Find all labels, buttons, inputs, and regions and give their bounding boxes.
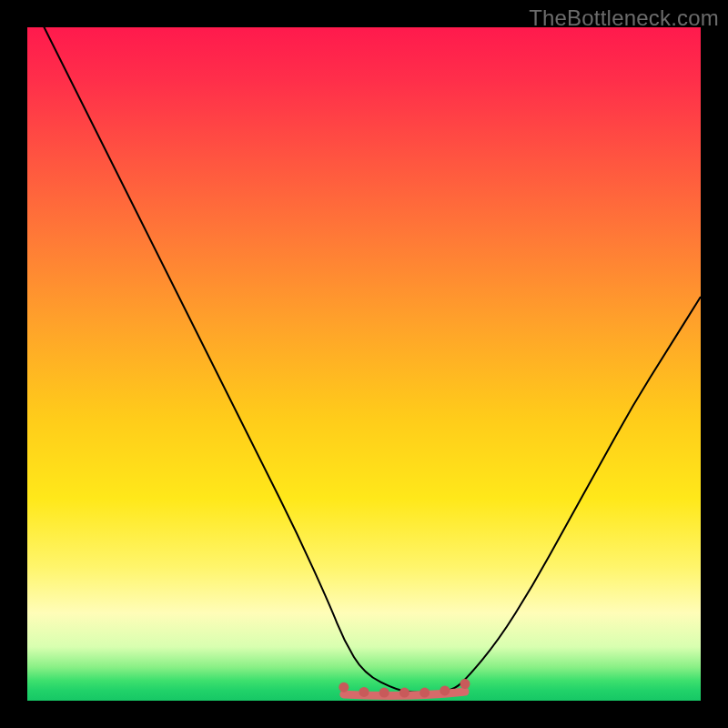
chart-canvas: TheBottleneck.com — [0, 0, 728, 728]
marker-dot — [460, 679, 470, 689]
marker-dot — [379, 688, 389, 698]
marker-dot — [440, 685, 450, 695]
marker-dot — [399, 688, 410, 698]
watermark-text: TheBottleneck.com — [529, 5, 719, 31]
bottleneck-curve — [27, 0, 701, 693]
marker-dot — [359, 687, 369, 697]
chart-svg — [27, 27, 701, 701]
marker-dot — [420, 688, 430, 698]
plot-area — [27, 27, 701, 701]
marker-dot — [339, 682, 349, 693]
